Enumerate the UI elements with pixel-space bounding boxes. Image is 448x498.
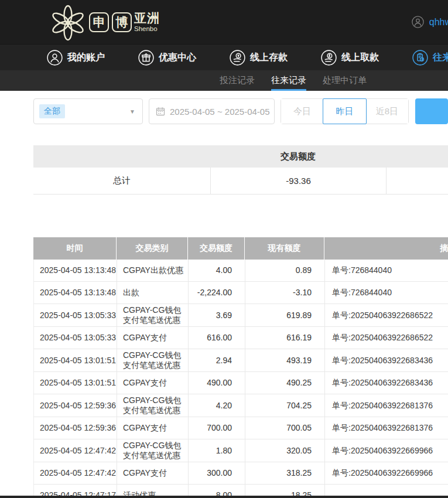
table-row: 2025-04-05 12:59:36 CGPAY-CG钱包支付笔笔送优惠 4.…: [33, 394, 448, 417]
app-header: 申 博 亚洲 Shenbo qhhw: [0, 0, 448, 44]
nav-label: 优惠中心: [159, 52, 196, 64]
cell-type: CGPAY-CG钱包支付笔笔送优惠: [117, 349, 188, 371]
cell-balance: 0.89: [245, 260, 324, 281]
cell-time: 2025-04-05 13:13:48: [34, 282, 117, 303]
table-row: 2025-04-05 13:05:33 CGPAY-CG钱包支付笔笔送优惠 3.…: [33, 304, 448, 327]
cell-time: 2025-04-05 13:13:48: [34, 260, 117, 281]
flower-logo-icon: [49, 4, 87, 41]
quick-date-group: 今日 昨日 近8日: [281, 98, 409, 124]
gift-icon: [138, 50, 154, 66]
nav-item-promotions[interactable]: 优惠中心: [138, 50, 196, 66]
tab-betting-records[interactable]: 投注记录: [220, 70, 255, 91]
records-icon: [412, 50, 428, 66]
cell-type: CGPAY支付: [117, 417, 188, 439]
cell-summary: 单号:202504063922669966: [324, 462, 448, 484]
cell-summary: 单号:202504063922683436: [324, 372, 448, 394]
cell-amount: 300.00: [188, 462, 245, 484]
cell-type: CGPAY-CG钱包支付笔笔送优惠: [117, 304, 188, 326]
cell-type: CGPAY-CG钱包支付笔笔送优惠: [117, 394, 188, 417]
user-account[interactable]: qhhw: [412, 0, 448, 44]
cell-type: CGPAY出款优惠: [117, 260, 188, 281]
yesterday-button[interactable]: 昨日: [323, 98, 367, 124]
page: 申 博 亚洲 Shenbo qhhw 我的账户: [0, 0, 448, 498]
nav-label: 往来记录: [433, 52, 448, 64]
nav-item-deposit[interactable]: 线上存款: [230, 50, 288, 66]
content: 全部 ▼ 2025-04-05 ~ 2025-04-05 今日 昨日 近8日: [0, 91, 448, 498]
cell-type: CGPAY支付: [117, 372, 188, 394]
cell-amount: -2,224.00: [188, 282, 245, 303]
cell-time: 2025-04-05 12:47:42: [34, 439, 117, 462]
category-selected-chip: 全部: [39, 104, 65, 118]
search-button[interactable]: [415, 98, 448, 124]
table-row: 2025-04-05 12:59:36 CGPAY支付 700.00 700.0…: [33, 417, 448, 439]
summary-total-label: 总计: [33, 168, 210, 194]
user-icon: [47, 50, 63, 66]
table-row: 2025-04-05 13:13:48 出款 -2,224.00 -3.10 单…: [33, 282, 448, 304]
cell-summary: 单号:202504063922681376: [324, 417, 448, 439]
calendar-icon: [156, 107, 165, 116]
cell-balance: 616.19: [245, 327, 324, 349]
cell-balance: -3.10: [245, 282, 324, 303]
table-row: 2025-04-05 13:13:48 CGPAY出款优惠 4.00 0.89 …: [33, 260, 448, 282]
table-row: 2025-04-05 12:47:42 CGPAY支付 300.00 318.2…: [33, 462, 448, 485]
cell-amount: 4.00: [188, 260, 245, 281]
transactions-table: 时间 交易类别 交易额度 现有额度 摘要 2025-04-05 13:13:48…: [33, 237, 448, 498]
col-header-balance: 现有额度: [244, 237, 324, 260]
brand-characters: 申 博: [89, 12, 132, 32]
cell-balance: 704.25: [245, 394, 324, 417]
withdraw-icon: [321, 50, 337, 66]
cell-summary: 单号:202504063922683436: [324, 349, 448, 371]
brand-subtitle: Shenbo: [134, 26, 160, 33]
col-header-summary: 摘要: [324, 237, 448, 260]
cell-balance: 493.19: [245, 349, 324, 371]
tab-transaction-records[interactable]: 往来记录: [271, 70, 306, 91]
footer-strip: [0, 496, 448, 498]
brand-logo[interactable]: 申 博 亚洲 Shenbo: [49, 4, 160, 41]
cell-time: 2025-04-05 13:05:33: [34, 304, 117, 326]
summary-total-value: -93.36: [210, 168, 386, 194]
cell-amount: 616.00: [188, 327, 245, 349]
filter-bar: 全部 ▼ 2025-04-05 ~ 2025-04-05 今日 昨日 近8日: [33, 98, 448, 124]
cell-time: 2025-04-05 13:01:51: [34, 372, 117, 394]
cell-amount: 490.00: [188, 372, 245, 394]
cell-type: 出款: [117, 282, 188, 303]
cell-balance: 490.25: [245, 372, 324, 394]
cell-amount: 3.69: [188, 304, 245, 326]
cell-time: 2025-04-05 12:47:42: [34, 462, 117, 484]
date-range-value: 2025-04-05 ~ 2025-04-05: [170, 107, 270, 117]
transactions-header-row: 时间 交易类别 交易额度 现有额度 摘要: [33, 237, 448, 260]
records-subnav: 投注记录 往来记录 处理中订单: [0, 70, 448, 91]
tab-processing-orders[interactable]: 处理中订单: [323, 70, 367, 91]
nav-item-withdraw[interactable]: 线上取款: [321, 50, 379, 66]
nav-item-records[interactable]: 往来记录: [412, 50, 448, 66]
col-header-type: 交易类别: [116, 237, 187, 260]
cell-amount: 4.20: [188, 394, 245, 417]
cell-summary: 单号:202504063922669966: [324, 439, 448, 462]
nav-label: 我的账户: [67, 52, 105, 64]
cell-time: 2025-04-05 13:01:51: [34, 349, 117, 371]
cell-balance: 320.05: [245, 439, 324, 462]
today-button[interactable]: 今日: [281, 99, 324, 124]
cell-type: CGPAY-CG钱包支付笔笔送优惠: [117, 439, 188, 462]
cell-type: CGPAY支付: [117, 462, 188, 484]
last-8-days-button[interactable]: 近8日: [366, 99, 409, 124]
cell-summary: 单号:726844040: [324, 282, 448, 303]
cell-time: 2025-04-05 12:59:36: [34, 394, 117, 417]
nav-item-my-account[interactable]: 我的账户: [47, 50, 105, 66]
transactions-body: 2025-04-05 13:13:48 CGPAY出款优惠 4.00 0.89 …: [33, 260, 448, 498]
table-row: 2025-04-05 13:01:51 CGPAY支付 490.00 490.2…: [33, 372, 448, 394]
category-select[interactable]: 全部 ▼: [33, 98, 143, 124]
table-row: 2025-04-05 13:01:51 CGPAY-CG钱包支付笔笔送优惠 2.…: [33, 349, 448, 372]
col-header-time: 时间: [33, 237, 116, 260]
table-row: 2025-04-05 13:05:33 CGPAY支付 616.00 616.1…: [33, 327, 448, 349]
table-row: 2025-04-05 12:47:42 CGPAY-CG钱包支付笔笔送优惠 1.…: [33, 439, 448, 462]
brand-region-label: 亚洲: [134, 12, 160, 24]
col-header-amount: 交易额度: [187, 237, 244, 260]
nav-label: 线上存款: [250, 52, 288, 64]
cell-balance: 619.89: [245, 304, 324, 326]
cell-amount: 700.00: [188, 417, 245, 439]
date-range-input[interactable]: 2025-04-05 ~ 2025-04-05: [149, 98, 275, 124]
chevron-down-icon: ▼: [129, 108, 135, 115]
avatar-icon: [412, 16, 424, 28]
cell-amount: 2.94: [188, 349, 245, 371]
